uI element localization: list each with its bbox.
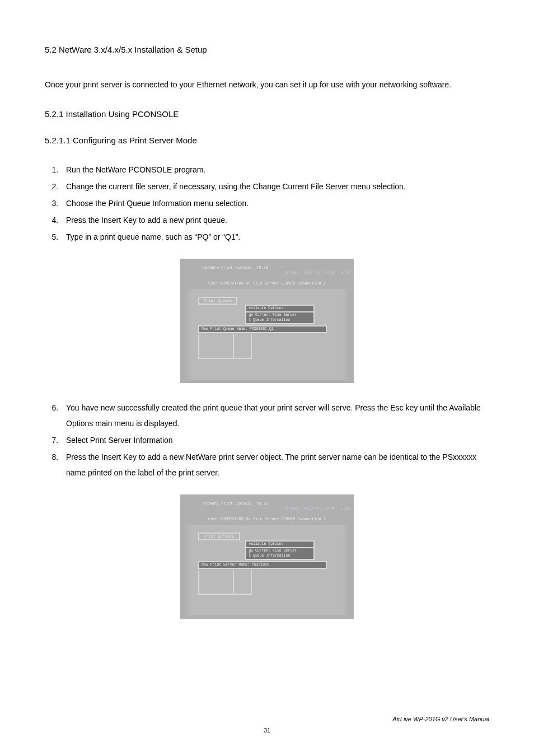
panel-column xyxy=(233,334,252,359)
list-item: Press the Insert Key to add a new NetWar… xyxy=(60,449,489,480)
pconsole-screenshot-servers: NetWare Print Console V3.75 Friday July … xyxy=(180,494,354,619)
list-item: Press the Insert Key to add a new print … xyxy=(60,212,489,228)
connection-info: User SUPERVISOR On File Server SERVER Co… xyxy=(184,281,350,286)
panel-column xyxy=(198,570,234,595)
list-item: Run the NetWare PCONSOLE program. xyxy=(60,162,489,178)
list-item: Change the current file server, if neces… xyxy=(60,179,489,194)
list-item: Type in a print queue name, such as “PQ”… xyxy=(60,229,489,245)
section-heading: 5.2 NetWare 3.x/4.x/5.x Installation & S… xyxy=(45,45,489,54)
subsection-heading-5-2-1-1: 5.2.1.1 Configuring as Print Server Mode xyxy=(45,136,489,145)
subsection-heading-5-2-1: 5.2.1 Installation Using PCONSOLE xyxy=(45,109,489,119)
datetime: Friday July 31, 1998 5:14 xyxy=(284,270,350,275)
footer-manual-title: AirLive WP-201G v2 User's Manual xyxy=(392,716,489,722)
available-options-header: vailable Options xyxy=(245,540,315,548)
panel-column xyxy=(233,570,252,595)
panel-title-print-queues: Print Queues xyxy=(198,297,237,305)
pconsole-screenshot-queues: NetWare Print Console V3.75 Friday July … xyxy=(180,259,354,383)
app-title: NetWare Print Console V3.75 xyxy=(203,501,269,506)
available-options-items: ge Current File Server t Queue Informati… xyxy=(245,312,315,324)
list-item: You have new successfully created the pr… xyxy=(60,400,489,431)
new-print-server-name-input: New Print Server Name: PS30100C xyxy=(198,561,327,569)
connection-info: User SUPERVISOR On File Server SERVER Co… xyxy=(184,517,350,521)
available-options-header: vailable Options xyxy=(245,305,315,312)
intro-paragraph: Once your print server is connected to y… xyxy=(45,77,489,92)
panel-column xyxy=(198,334,234,359)
page-number: 31 xyxy=(0,727,534,734)
steps-list-b: You have new successfully created the pr… xyxy=(45,400,489,480)
list-item: Select Print Server Information xyxy=(60,432,489,448)
steps-list-a: Run the NetWare PCONSOLE program. Change… xyxy=(45,162,489,245)
panel-title-print-servers: Print Servers xyxy=(198,533,240,540)
app-title: NetWare Print Console V3.75 xyxy=(203,265,269,270)
new-print-queue-name-input: New Print Queue Name: PS30100C_Q1_ xyxy=(198,325,327,333)
available-options-items: ge Current File Server t Queue Informati… xyxy=(245,548,315,560)
datetime: Friday July 31, 1998 5:15 xyxy=(284,506,350,511)
list-item: Choose the Print Queue Information menu … xyxy=(60,195,489,211)
